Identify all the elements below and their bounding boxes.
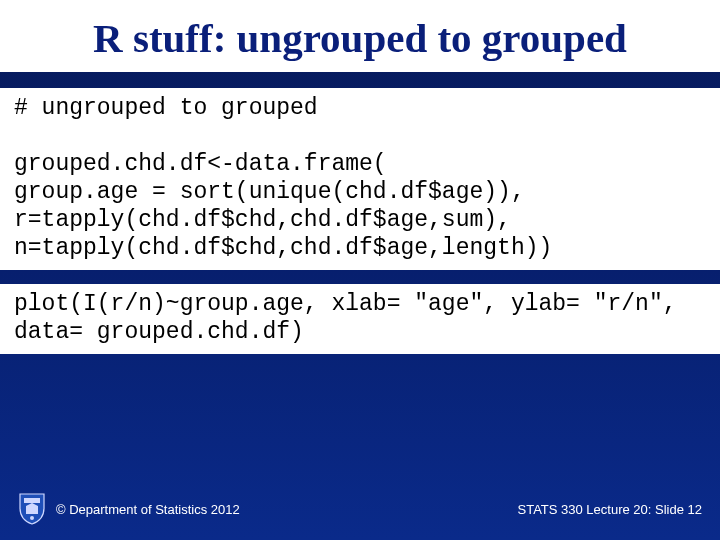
copyright-text: © Department of Statistics 2012 — [56, 502, 240, 517]
university-crest-icon — [18, 492, 46, 526]
code-text-2: plot(I(r/n)~group.age, xlab= "age", ylab… — [14, 290, 706, 346]
code-text-1: # ungrouped to grouped grouped.chd.df<-d… — [14, 94, 706, 262]
svg-rect-0 — [24, 498, 40, 503]
slide-reference: STATS 330 Lecture 20: Slide 12 — [517, 502, 702, 517]
code-block-1: # ungrouped to grouped grouped.chd.df<-d… — [0, 88, 720, 270]
code-gap — [0, 270, 720, 284]
footer-left: © Department of Statistics 2012 — [18, 492, 240, 526]
svg-point-1 — [30, 516, 34, 520]
code-block-2: plot(I(r/n)~group.age, xlab= "age", ylab… — [0, 284, 720, 354]
slide-title: R stuff: ungrouped to grouped — [0, 0, 720, 72]
slide-footer: © Department of Statistics 2012 STATS 33… — [0, 492, 720, 526]
